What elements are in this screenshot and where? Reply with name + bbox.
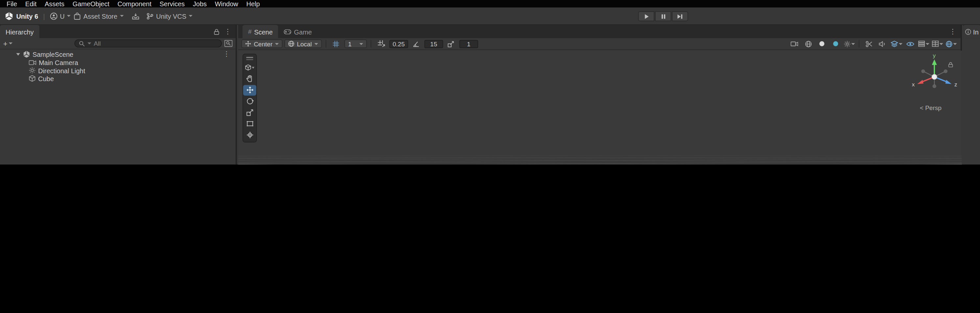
package-tray-button[interactable]	[132, 12, 139, 20]
asset-store-dropdown[interactable]: Asset Store	[74, 12, 124, 20]
hierarchy-tree: SampleScene ⋮ Main Camera Directional Li…	[0, 49, 235, 83]
scene-viewport[interactable]: y x z < Persp	[238, 51, 962, 165]
snap-scale-field[interactable]: 1	[460, 40, 478, 48]
menu-edit[interactable]: Edit	[21, 0, 41, 8]
menu-assets[interactable]: Assets	[41, 0, 69, 8]
grid-icon	[333, 40, 340, 47]
axis-x-label[interactable]: x	[912, 81, 915, 88]
hierarchy-item-directional-light[interactable]: Directional Light	[0, 66, 235, 75]
inspector-icon	[965, 29, 971, 35]
scene-options-icon[interactable]: ⋮	[223, 51, 235, 57]
tab-scene[interactable]: # Scene	[243, 25, 278, 38]
grid-size-value: 1	[348, 40, 352, 47]
axis-z-label[interactable]: z	[955, 81, 957, 88]
rotate-tool[interactable]	[243, 96, 256, 106]
hierarchy-toolbar: + All	[0, 38, 235, 49]
scene-panel: # Scene Game ⋮ Center Local	[238, 25, 962, 165]
world-space-dropdown[interactable]	[945, 39, 958, 49]
hand-icon	[246, 75, 253, 83]
play-button[interactable]	[638, 11, 654, 21]
hierarchy-item-cube[interactable]: Cube	[0, 74, 235, 83]
pause-icon	[660, 13, 666, 19]
move-tool[interactable]	[243, 85, 256, 95]
inspector-panel: In	[963, 25, 980, 165]
tab-inspector[interactable]: In	[963, 25, 980, 38]
hierarchy-item-scene[interactable]: SampleScene ⋮	[0, 50, 235, 58]
chevron-down-icon	[120, 15, 124, 17]
rect-tool-icon	[246, 120, 253, 127]
menu-file[interactable]: File	[3, 0, 21, 8]
search-icon	[79, 40, 85, 47]
snap-move-field[interactable]: 0.25	[390, 40, 408, 48]
account-icon	[50, 12, 57, 20]
tab-inspector-label: In	[973, 28, 979, 35]
menu-help[interactable]: Help	[242, 0, 264, 8]
step-button[interactable]	[672, 11, 688, 21]
menu-component[interactable]: Component	[113, 0, 156, 8]
grid-visibility-toggle[interactable]	[330, 39, 342, 49]
component-filter-dropdown[interactable]	[918, 39, 930, 49]
chevron-down-icon	[314, 43, 318, 44]
skybox-globe-icon	[805, 40, 812, 47]
pause-button[interactable]	[655, 11, 671, 21]
snap-scale-icon[interactable]	[445, 39, 457, 49]
gizmos-dropdown[interactable]	[890, 39, 902, 49]
axis-y-label[interactable]: y	[933, 52, 935, 59]
table-icon	[932, 41, 939, 47]
main-toolbar: Unity 6 | U Asset Store Unity VCS	[0, 8, 980, 25]
camera-icon	[29, 59, 36, 65]
panel-menu-icon[interactable]: ⋮	[950, 28, 956, 35]
scale-tool[interactable]	[243, 107, 256, 118]
hierarchy-item-main-camera[interactable]: Main Camera	[0, 58, 235, 66]
cut-tool-button[interactable]	[862, 39, 875, 49]
snap-rotate-icon[interactable]	[410, 39, 422, 49]
transform-tool[interactable]	[243, 130, 256, 140]
panel-menu-icon[interactable]: ⋮	[224, 28, 231, 35]
gizmo-lock-icon[interactable]	[948, 62, 953, 67]
unity-vcs-dropdown[interactable]: Unity VCS	[146, 12, 193, 20]
hierarchy-search-input[interactable]: All	[74, 40, 222, 48]
hand-tool[interactable]	[243, 73, 256, 84]
menu-window[interactable]: Window	[211, 0, 242, 8]
lighting-toggle[interactable]	[816, 39, 828, 49]
fog-toggle[interactable]	[829, 39, 842, 49]
tab-game[interactable]: Game	[278, 25, 317, 38]
snap-grid-icon	[378, 40, 385, 48]
menu-jobs[interactable]: Jobs	[189, 0, 211, 8]
rect-tool[interactable]	[243, 118, 256, 129]
version-control-icon	[146, 12, 154, 20]
scene-visibility-toggle[interactable]	[904, 39, 916, 49]
effects-dropdown[interactable]	[843, 39, 856, 49]
foldout-open-icon[interactable]	[16, 53, 20, 56]
grid-snap-toggle[interactable]	[375, 39, 387, 49]
projection-toggle[interactable]: < Persp	[900, 105, 961, 111]
grid-size-dropdown[interactable]: 1	[344, 40, 367, 48]
tab-hierarchy-label: Hierarchy	[6, 28, 33, 35]
tab-hierarchy[interactable]: Hierarchy	[0, 25, 40, 38]
menu-services[interactable]: Services	[156, 0, 189, 8]
scale-snap-icon	[448, 40, 455, 47]
create-object-button[interactable]: +	[3, 39, 13, 48]
axis-gizmo-svg: y x z	[900, 52, 961, 102]
audio-mute-toggle[interactable]	[876, 39, 889, 49]
tab-game-label: Game	[294, 28, 312, 35]
snap-rotate-field[interactable]: 15	[424, 40, 443, 48]
menu-gameobject[interactable]: GameObject	[68, 0, 113, 8]
overlay-drag-handle[interactable]	[246, 56, 253, 62]
search-filter-caret-icon[interactable]	[88, 42, 91, 44]
orientation-gizmo[interactable]: y x z < Persp	[900, 52, 961, 111]
chevron-down-icon	[189, 15, 192, 17]
rotation-mode-dropdown[interactable]: Local	[284, 40, 322, 48]
tool-context-dropdown[interactable]	[243, 62, 256, 73]
account-dropdown[interactable]: U	[50, 12, 71, 20]
camera-view-button[interactable]	[788, 39, 800, 49]
gameobject-label: Directional Light	[38, 67, 85, 74]
package-icon	[132, 12, 139, 20]
search-window-icon[interactable]	[224, 40, 233, 47]
pivot-mode-label: Center	[254, 40, 272, 47]
lock-icon[interactable]	[214, 29, 219, 35]
grid-settings-dropdown[interactable]	[931, 39, 944, 49]
skybox-toggle[interactable]	[802, 39, 815, 49]
pivot-mode-dropdown[interactable]: Center	[241, 40, 283, 48]
scene-grid	[238, 51, 962, 165]
